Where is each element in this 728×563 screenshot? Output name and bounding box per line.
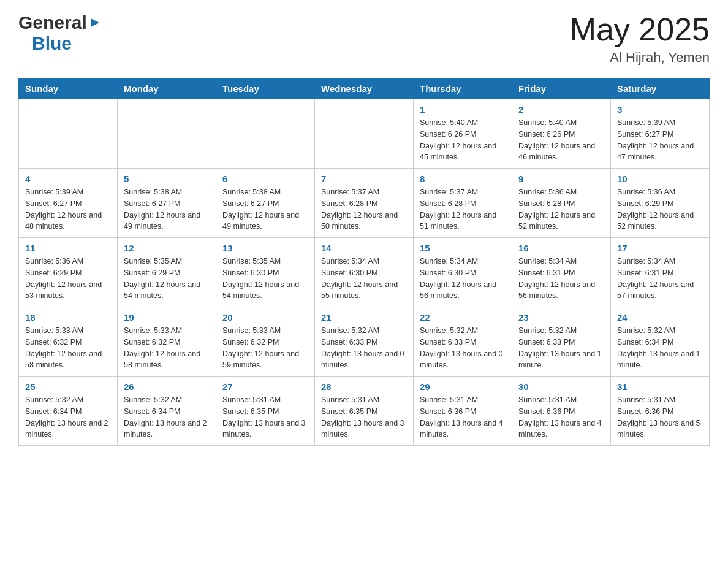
day-number: 26 — [124, 381, 210, 392]
calendar-table: SundayMondayTuesdayWednesdayThursdayFrid… — [18, 78, 710, 446]
day-info: Sunrise: 5:39 AM Sunset: 6:27 PM Dayligh… — [617, 117, 703, 163]
calendar-cell: 16Sunrise: 5:34 AM Sunset: 6:31 PM Dayli… — [512, 238, 611, 307]
day-number: 30 — [518, 381, 604, 392]
day-number: 5 — [124, 174, 210, 184]
calendar-cell: 26Sunrise: 5:32 AM Sunset: 6:34 PM Dayli… — [118, 377, 216, 446]
calendar-cell: 22Sunrise: 5:32 AM Sunset: 6:33 PM Dayli… — [414, 307, 512, 377]
day-info: Sunrise: 5:32 AM Sunset: 6:33 PM Dayligh… — [420, 325, 506, 371]
day-number: 22 — [420, 312, 506, 323]
day-info: Sunrise: 5:36 AM Sunset: 6:28 PM Dayligh… — [518, 186, 604, 232]
calendar-cell: 31Sunrise: 5:31 AM Sunset: 6:36 PM Dayli… — [611, 377, 710, 446]
day-number: 14 — [321, 243, 407, 253]
day-number: 29 — [420, 381, 506, 392]
day-info: Sunrise: 5:34 AM Sunset: 6:31 PM Dayligh… — [518, 256, 604, 302]
calendar-cell: 3Sunrise: 5:39 AM Sunset: 6:27 PM Daylig… — [611, 99, 710, 169]
day-number: 23 — [518, 312, 604, 323]
logo: General Blue — [18, 12, 102, 54]
day-number: 21 — [321, 312, 407, 323]
day-info: Sunrise: 5:33 AM Sunset: 6:32 PM Dayligh… — [25, 325, 111, 371]
day-info: Sunrise: 5:36 AM Sunset: 6:29 PM Dayligh… — [617, 186, 703, 232]
calendar-cell — [19, 99, 118, 169]
day-info: Sunrise: 5:39 AM Sunset: 6:27 PM Dayligh… — [25, 186, 111, 232]
day-number: 13 — [222, 243, 308, 253]
day-info: Sunrise: 5:35 AM Sunset: 6:30 PM Dayligh… — [222, 256, 308, 302]
day-number: 7 — [321, 174, 407, 184]
calendar-cell: 2Sunrise: 5:40 AM Sunset: 6:26 PM Daylig… — [512, 99, 611, 169]
day-number: 15 — [420, 243, 506, 253]
day-info: Sunrise: 5:40 AM Sunset: 6:26 PM Dayligh… — [518, 117, 604, 163]
page-header: General Blue May 2025 Al Hijrah, Yemen — [18, 12, 710, 66]
day-number: 11 — [25, 243, 111, 253]
weekday-header-saturday: Saturday — [611, 79, 710, 99]
day-info: Sunrise: 5:34 AM Sunset: 6:30 PM Dayligh… — [321, 256, 407, 302]
calendar-body: 1Sunrise: 5:40 AM Sunset: 6:26 PM Daylig… — [19, 99, 710, 446]
location-subtitle: Al Hijrah, Yemen — [570, 50, 710, 66]
day-number: 12 — [124, 243, 210, 253]
calendar-cell: 7Sunrise: 5:37 AM Sunset: 6:28 PM Daylig… — [315, 169, 414, 238]
calendar-cell: 24Sunrise: 5:32 AM Sunset: 6:34 PM Dayli… — [611, 307, 710, 377]
day-number: 19 — [124, 312, 210, 323]
day-info: Sunrise: 5:38 AM Sunset: 6:27 PM Dayligh… — [222, 186, 308, 232]
calendar-cell: 13Sunrise: 5:35 AM Sunset: 6:30 PM Dayli… — [216, 238, 315, 307]
calendar-cell: 30Sunrise: 5:31 AM Sunset: 6:36 PM Dayli… — [512, 377, 611, 446]
calendar-week-5: 25Sunrise: 5:32 AM Sunset: 6:34 PM Dayli… — [19, 377, 710, 446]
logo-general-text: General — [18, 12, 87, 33]
calendar-cell: 19Sunrise: 5:33 AM Sunset: 6:32 PM Dayli… — [118, 307, 216, 377]
calendar-cell — [118, 99, 216, 169]
calendar-week-2: 4Sunrise: 5:39 AM Sunset: 6:27 PM Daylig… — [19, 169, 710, 238]
day-number: 18 — [25, 312, 111, 323]
logo-arrow-icon — [88, 16, 102, 29]
calendar-cell: 27Sunrise: 5:31 AM Sunset: 6:35 PM Dayli… — [216, 377, 315, 446]
day-number: 24 — [617, 312, 703, 323]
calendar-cell: 5Sunrise: 5:38 AM Sunset: 6:27 PM Daylig… — [118, 169, 216, 238]
calendar-cell: 29Sunrise: 5:31 AM Sunset: 6:36 PM Dayli… — [414, 377, 512, 446]
calendar-cell: 23Sunrise: 5:32 AM Sunset: 6:33 PM Dayli… — [512, 307, 611, 377]
day-info: Sunrise: 5:34 AM Sunset: 6:30 PM Dayligh… — [420, 256, 506, 302]
day-info: Sunrise: 5:35 AM Sunset: 6:29 PM Dayligh… — [124, 256, 210, 302]
weekday-header-monday: Monday — [118, 79, 216, 99]
weekday-header-tuesday: Tuesday — [216, 79, 315, 99]
day-number: 20 — [222, 312, 308, 323]
calendar-cell: 1Sunrise: 5:40 AM Sunset: 6:26 PM Daylig… — [414, 99, 512, 169]
calendar-week-1: 1Sunrise: 5:40 AM Sunset: 6:26 PM Daylig… — [19, 99, 710, 169]
calendar-cell: 14Sunrise: 5:34 AM Sunset: 6:30 PM Dayli… — [315, 238, 414, 307]
day-number: 2 — [518, 104, 604, 115]
day-number: 31 — [617, 381, 703, 392]
day-info: Sunrise: 5:32 AM Sunset: 6:34 PM Dayligh… — [124, 394, 210, 440]
day-number: 1 — [420, 104, 506, 115]
day-info: Sunrise: 5:37 AM Sunset: 6:28 PM Dayligh… — [420, 186, 506, 232]
day-info: Sunrise: 5:34 AM Sunset: 6:31 PM Dayligh… — [617, 256, 703, 302]
calendar-cell: 12Sunrise: 5:35 AM Sunset: 6:29 PM Dayli… — [118, 238, 216, 307]
day-info: Sunrise: 5:31 AM Sunset: 6:35 PM Dayligh… — [321, 394, 407, 440]
calendar-header: SundayMondayTuesdayWednesdayThursdayFrid… — [19, 79, 710, 99]
day-info: Sunrise: 5:31 AM Sunset: 6:36 PM Dayligh… — [518, 394, 604, 440]
day-info: Sunrise: 5:32 AM Sunset: 6:33 PM Dayligh… — [321, 325, 407, 371]
calendar-week-3: 11Sunrise: 5:36 AM Sunset: 6:29 PM Dayli… — [19, 238, 710, 307]
day-info: Sunrise: 5:31 AM Sunset: 6:36 PM Dayligh… — [617, 394, 703, 440]
day-number: 25 — [25, 381, 111, 392]
calendar-cell: 15Sunrise: 5:34 AM Sunset: 6:30 PM Dayli… — [414, 238, 512, 307]
weekday-header-friday: Friday — [512, 79, 611, 99]
calendar-cell: 18Sunrise: 5:33 AM Sunset: 6:32 PM Dayli… — [19, 307, 118, 377]
day-number: 6 — [222, 174, 308, 184]
logo-blue-text: Blue — [18, 33, 72, 54]
day-number: 4 — [25, 174, 111, 184]
calendar-cell: 20Sunrise: 5:33 AM Sunset: 6:32 PM Dayli… — [216, 307, 315, 377]
day-info: Sunrise: 5:32 AM Sunset: 6:34 PM Dayligh… — [617, 325, 703, 371]
calendar-cell: 9Sunrise: 5:36 AM Sunset: 6:28 PM Daylig… — [512, 169, 611, 238]
calendar-cell: 6Sunrise: 5:38 AM Sunset: 6:27 PM Daylig… — [216, 169, 315, 238]
calendar-cell: 4Sunrise: 5:39 AM Sunset: 6:27 PM Daylig… — [19, 169, 118, 238]
weekday-header-thursday: Thursday — [414, 79, 512, 99]
calendar-cell: 25Sunrise: 5:32 AM Sunset: 6:34 PM Dayli… — [19, 377, 118, 446]
day-info: Sunrise: 5:37 AM Sunset: 6:28 PM Dayligh… — [321, 186, 407, 232]
calendar-cell: 10Sunrise: 5:36 AM Sunset: 6:29 PM Dayli… — [611, 169, 710, 238]
day-number: 27 — [222, 381, 308, 392]
day-number: 8 — [420, 174, 506, 184]
calendar-cell: 11Sunrise: 5:36 AM Sunset: 6:29 PM Dayli… — [19, 238, 118, 307]
day-info: Sunrise: 5:38 AM Sunset: 6:27 PM Dayligh… — [124, 186, 210, 232]
title-block: May 2025 Al Hijrah, Yemen — [570, 12, 710, 66]
day-info: Sunrise: 5:36 AM Sunset: 6:29 PM Dayligh… — [25, 256, 111, 302]
day-info: Sunrise: 5:40 AM Sunset: 6:26 PM Dayligh… — [420, 117, 506, 163]
calendar-cell: 17Sunrise: 5:34 AM Sunset: 6:31 PM Dayli… — [611, 238, 710, 307]
day-number: 17 — [617, 243, 703, 253]
